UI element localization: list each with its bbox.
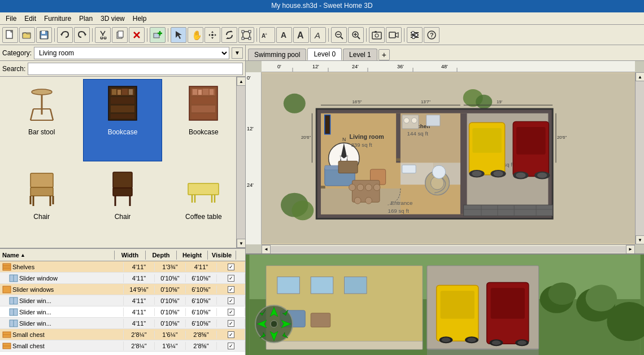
tab-swimming-pool[interactable]: Swimming pool <box>248 49 306 60</box>
help-button[interactable]: ? <box>424 27 440 43</box>
table-row[interactable]: Slider win... 4'11" 0'10⅝" 6'10⅝" <box>0 295 245 306</box>
td-height-sw3: 6'10⅝" <box>186 319 217 327</box>
category-dropdown-btn[interactable]: ▼ <box>232 47 243 59</box>
scroll-v-track <box>636 81 644 235</box>
furniture-item-chair1[interactable]: Chair <box>2 164 81 246</box>
tab-level-1[interactable]: Level 1 <box>343 49 377 60</box>
search-input[interactable] <box>28 63 243 75</box>
menu-file[interactable]: File <box>2 14 20 24</box>
menu-edit[interactable]: Edit <box>21 14 40 24</box>
zoom-in-button[interactable] <box>348 27 364 43</box>
menu-furniture[interactable]: Furniture <box>41 14 75 24</box>
visible-checkbox-sc2[interactable] <box>228 343 234 349</box>
undo-button[interactable] <box>57 27 73 43</box>
category-select[interactable]: Living room <box>34 47 229 59</box>
td-visible-shelves <box>217 262 245 271</box>
td-visible-sc1 <box>217 330 245 339</box>
ruler-horizontal: 0' 12' 24' 36' 48' <box>262 61 635 72</box>
move-tool[interactable] <box>204 27 220 43</box>
visible-checkbox-sw3[interactable] <box>228 320 234 327</box>
rotate-tool[interactable] <box>221 27 237 43</box>
zoom-out-button[interactable] <box>331 27 347 43</box>
svg-point-222 <box>271 321 277 327</box>
visible-checkbox-sw[interactable] <box>228 275 234 282</box>
td-depth-shelves: 1'3¾" <box>155 263 186 271</box>
svg-marker-13 <box>176 31 182 39</box>
text-italic-button[interactable]: A <box>310 27 326 43</box>
scroll-up-btn[interactable]: ▲ <box>237 77 245 86</box>
text-medium-button[interactable]: A <box>276 27 292 43</box>
select-tool[interactable] <box>171 27 186 43</box>
td-depth-sw2: 0'10⅝" <box>155 308 186 316</box>
svg-rect-76 <box>31 173 53 187</box>
text-large-button[interactable]: A <box>293 27 309 43</box>
preferences-button[interactable] <box>407 27 423 43</box>
furniture-item-bookcase-selected[interactable]: Bookcase <box>83 79 162 161</box>
th-visible[interactable]: Visible <box>208 251 236 260</box>
cut-button[interactable] <box>95 27 111 43</box>
coffee-table-label: Coffee table <box>185 213 222 221</box>
redo-button[interactable] <box>74 27 90 43</box>
svg-rect-5 <box>41 36 47 38</box>
visible-checkbox-sws[interactable] <box>228 286 234 293</box>
td-name-slider-windows: Slider windows <box>0 285 124 294</box>
table-row[interactable]: Slider win... 4'11" 0'10⅝" 6'10⅝" <box>0 306 245 318</box>
th-depth[interactable]: Depth <box>146 251 177 260</box>
menu-plan[interactable]: Plan <box>76 14 96 24</box>
resize-tool[interactable] <box>238 27 254 43</box>
scroll-left-btn[interactable]: ◄ <box>262 245 271 254</box>
scroll-down-btn-h[interactable]: ▼ <box>636 235 644 244</box>
scroll-up-btn-h[interactable]: ▲ <box>636 72 644 81</box>
td-width-sw1: 4'11" <box>124 297 155 305</box>
scroll-right-btn[interactable]: ► <box>626 245 635 254</box>
copy-button[interactable] <box>112 27 128 43</box>
tab-add-button[interactable]: + <box>378 49 390 60</box>
save-button[interactable] <box>36 27 52 43</box>
menu-3dview[interactable]: 3D view <box>97 14 128 24</box>
table-row[interactable]: Slider windows 14'9⅛" 0'10⅝" 6'10⅝" <box>0 284 245 295</box>
svg-point-49 <box>412 36 415 38</box>
table-row[interactable]: Slider win... 4'11" 0'10⅝" 6'10⅝" <box>0 318 245 329</box>
svg-marker-15 <box>211 31 214 33</box>
svg-rect-200 <box>441 291 475 318</box>
furniture-item-coffee-table[interactable]: Coffee table <box>164 164 243 246</box>
separator-6 <box>328 28 329 42</box>
furniture-scrollbar: ▲ ▼ <box>236 77 245 248</box>
open-button[interactable] <box>19 27 35 43</box>
svg-point-47 <box>412 31 415 34</box>
nav-compass[interactable] <box>254 304 294 344</box>
visible-checkbox-sc1[interactable] <box>228 331 234 338</box>
furniture-item-bookcase2[interactable]: Bookcase <box>164 79 243 161</box>
left-panel: Category: Living room ▼ Search: <box>0 45 246 355</box>
th-name[interactable]: Name ▲ <box>0 251 115 260</box>
visible-checkbox-sw1[interactable] <box>228 297 234 304</box>
menu-help[interactable]: Help <box>129 14 150 24</box>
svg-rect-96 <box>3 286 11 293</box>
tab-level-0[interactable]: Level 0 <box>307 48 342 60</box>
visible-checkbox-shelves[interactable] <box>228 264 234 270</box>
table-row[interactable]: Shelves 4'11" 1'3¾" 4'11" <box>0 261 245 273</box>
add-furniture-button[interactable] <box>150 27 166 43</box>
svg-rect-26 <box>249 37 251 40</box>
floor-plan-view[interactable]: 0' 12' 24' 36' 48' 0' 12' 24' <box>246 61 644 253</box>
photo-button[interactable] <box>369 27 385 43</box>
pan-tool[interactable]: ✋ <box>188 27 203 43</box>
table-row[interactable]: Small chest 2'8¼" 1'6¼" 2'8⅝" <box>0 329 245 340</box>
furniture-item-chair2[interactable]: Chair <box>83 164 162 246</box>
th-height[interactable]: Height <box>177 251 208 260</box>
table-row[interactable]: Small chest 2'8¼" 1'6¼" 2'8⅝" <box>0 340 245 352</box>
svg-rect-77 <box>31 187 53 196</box>
svg-rect-66 <box>129 89 133 95</box>
delete-button[interactable] <box>129 27 145 43</box>
new-button[interactable] <box>2 27 18 43</box>
floorplan-canvas[interactable]: N Living room 339 sq ft Kitchen 144 sq f… <box>262 72 635 244</box>
video-button[interactable] <box>386 27 402 43</box>
table-row[interactable]: Slider window 4'11" 0'10⅝" 6'10⅝" <box>0 273 245 284</box>
furniture-item-bar-stool[interactable]: Bar stool <box>2 79 81 161</box>
visible-checkbox-sw2[interactable] <box>228 309 234 315</box>
ruler-ticks-h <box>262 68 635 72</box>
th-width[interactable]: Width <box>115 251 146 260</box>
text-small-button[interactable]: A+ <box>259 27 275 43</box>
svg-rect-155 <box>427 115 440 126</box>
scroll-down-btn[interactable]: ▼ <box>237 239 245 248</box>
